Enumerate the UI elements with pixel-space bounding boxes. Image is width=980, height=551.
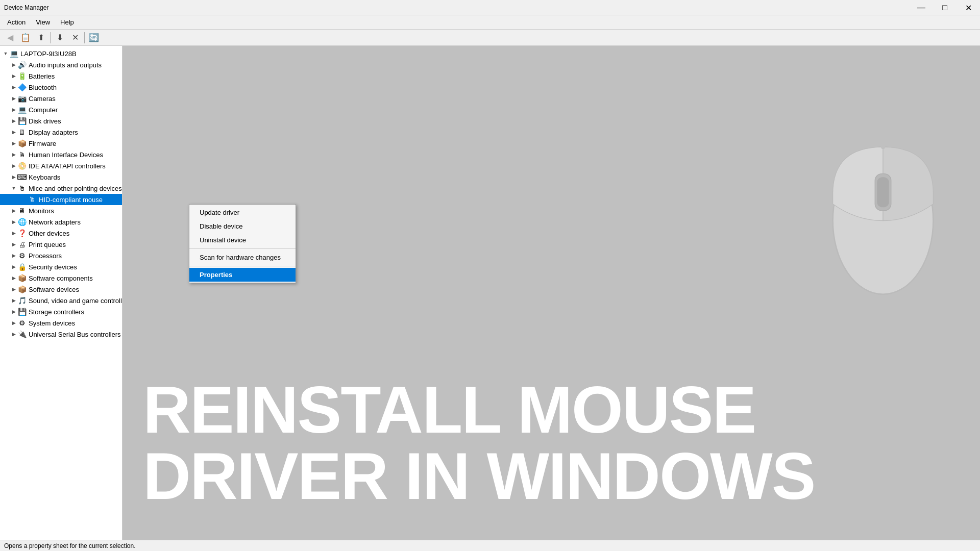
tree-item-print[interactable]: ▶ 🖨 Print queues: [0, 239, 122, 250]
tree-item-bluetooth[interactable]: ▶ 🔷 Bluetooth: [0, 82, 122, 93]
storage-icon: 💾: [17, 307, 27, 316]
system-icon: ⚙: [17, 318, 27, 328]
back-button[interactable]: ◀: [3, 31, 17, 44]
tree-item-keyboards[interactable]: ▶ ⌨ Keyboards: [0, 171, 122, 183]
tree-item-sw-components[interactable]: ▶ 📦 Software components: [0, 272, 122, 284]
tree-item-firmware[interactable]: ▶ 📦 Firmware: [0, 138, 122, 149]
menu-view[interactable]: View: [31, 16, 55, 28]
hid-mouse-icon: 🖱: [28, 195, 37, 204]
monitors-icon: 🖥: [17, 206, 27, 215]
minimize-button[interactable]: —: [910, 0, 933, 15]
hid-label: Human Interface Devices: [29, 151, 103, 159]
overlay-line1: REINSTALL MOUSE: [143, 377, 980, 443]
ctx-disable-device[interactable]: Disable device: [189, 219, 296, 233]
usb-icon: 🔌: [17, 330, 27, 339]
batteries-label: Batteries: [29, 72, 55, 80]
storage-arrow: ▶: [10, 308, 17, 315]
tree-item-cameras[interactable]: ▶ 📷 Cameras: [0, 93, 122, 104]
network-icon: 🌐: [17, 217, 27, 227]
display-arrow: ▶: [10, 129, 17, 136]
tree-item-ide[interactable]: ▶ 📀 IDE ATA/ATAPI controllers: [0, 160, 122, 171]
tree-item-disk[interactable]: ▶ 💾 Disk drives: [0, 115, 122, 127]
status-text: Opens a property sheet for the current s…: [4, 542, 135, 549]
right-panel: Update driver Disable device Uninstall d…: [122, 46, 980, 540]
properties-button[interactable]: 📋: [18, 31, 33, 44]
display-icon: 🖥: [17, 128, 27, 137]
ide-label: IDE ATA/ATAPI controllers: [29, 162, 106, 170]
mice-icon: 🖱: [17, 184, 27, 193]
tree-item-computer[interactable]: ▶ 💻 Computer: [0, 104, 122, 115]
ide-arrow: ▶: [10, 162, 17, 169]
security-arrow: ▶: [10, 263, 17, 270]
ctx-separator-2: [189, 266, 296, 266]
mice-label: Mice and other pointing devices: [29, 185, 122, 192]
security-icon: 🔒: [17, 262, 27, 271]
bluetooth-label: Bluetooth: [29, 84, 57, 91]
status-bar: Opens a property sheet for the current s…: [0, 540, 980, 551]
ctx-separator-1: [189, 248, 296, 249]
scan-button[interactable]: 🔄: [87, 31, 101, 44]
tree-item-security[interactable]: ▶ 🔒 Security devices: [0, 261, 122, 272]
print-icon: 🖨: [17, 240, 27, 249]
maximize-button[interactable]: □: [933, 0, 957, 15]
computer-dev-icon: 💻: [17, 105, 27, 114]
sound-icon: 🎵: [17, 296, 27, 305]
audio-arrow: ▶: [10, 61, 17, 68]
overlay-line2: DRIVER IN WINDOWS: [143, 443, 980, 509]
toolbar-separator-2: [84, 32, 85, 43]
ctx-scan-hardware[interactable]: Scan for hardware changes: [189, 251, 296, 264]
menu-help[interactable]: Help: [55, 16, 79, 28]
tree-item-processors[interactable]: ▶ ⚙ Processors: [0, 250, 122, 261]
storage-label: Storage controllers: [29, 308, 84, 316]
disk-label: Disk drives: [29, 117, 61, 125]
tree-item-hid-mouse[interactable]: 🖱 HID-compliant mouse: [0, 194, 122, 205]
tree-item-sound[interactable]: ▶ 🎵 Sound, video and game controllers: [0, 295, 122, 306]
network-arrow: ▶: [10, 218, 17, 226]
menu-action[interactable]: Action: [2, 16, 31, 28]
title-bar-text: Device Manager: [4, 4, 48, 11]
tree-root[interactable]: ▼ 💻 LAPTOP-9I3IU28B: [0, 48, 122, 59]
monitors-label: Monitors: [29, 207, 54, 215]
other-arrow: ▶: [10, 230, 17, 237]
rollback-driver-button[interactable]: ⬇: [53, 31, 67, 44]
close-button[interactable]: ✕: [957, 0, 980, 15]
window-controls: — □ ✕: [910, 0, 980, 15]
hid-icon: 🖱: [17, 150, 27, 159]
audio-icon: 🔊: [17, 60, 27, 69]
tree-item-monitors[interactable]: ▶ 🖥 Monitors: [0, 205, 122, 216]
tree-item-storage[interactable]: ▶ 💾 Storage controllers: [0, 306, 122, 317]
tree-item-other[interactable]: ▶ ❓ Other devices: [0, 228, 122, 239]
tree-item-batteries[interactable]: ▶ 🔋 Batteries: [0, 70, 122, 82]
other-label: Other devices: [29, 230, 69, 237]
update-driver-button[interactable]: ⬆: [34, 31, 48, 44]
ide-icon: 📀: [17, 161, 27, 170]
ctx-uninstall-device[interactable]: Uninstall device: [189, 233, 296, 247]
tree-item-display[interactable]: ▶ 🖥 Display adapters: [0, 127, 122, 138]
svg-rect-3: [877, 177, 889, 207]
hid-mouse-arrow: [20, 196, 28, 203]
processors-icon: ⚙: [17, 251, 27, 260]
tree-item-network[interactable]: ▶ 🌐 Network adapters: [0, 216, 122, 228]
ctx-properties[interactable]: Properties: [189, 268, 296, 282]
tree-item-sw-devices[interactable]: ▶ 📦 Software devices: [0, 284, 122, 295]
tree-item-usb[interactable]: ▶ 🔌 Universal Serial Bus controllers: [0, 329, 122, 340]
toolbar-separator: [50, 32, 51, 43]
tree-item-audio[interactable]: ▶ 🔊 Audio inputs and outputs: [0, 59, 122, 70]
mouse-illustration: [806, 87, 960, 301]
bluetooth-arrow: ▶: [10, 84, 17, 91]
firmware-icon: 📦: [17, 139, 27, 148]
sw-components-label: Software components: [29, 274, 93, 282]
firmware-arrow: ▶: [10, 140, 17, 147]
tree-item-hid[interactable]: ▶ 🖱 Human Interface Devices: [0, 149, 122, 160]
disk-icon: 💾: [17, 116, 27, 126]
audio-label: Audio inputs and outputs: [29, 61, 102, 69]
network-label: Network adapters: [29, 218, 81, 226]
uninstall-button[interactable]: ✕: [68, 31, 82, 44]
mice-arrow: ▼: [10, 185, 17, 192]
cameras-arrow: ▶: [10, 95, 17, 102]
tree-item-system[interactable]: ▶ ⚙ System devices: [0, 317, 122, 329]
device-tree: ▼ 💻 LAPTOP-9I3IU28B ▶ 🔊 Audio inputs and…: [0, 46, 122, 540]
ctx-update-driver[interactable]: Update driver: [189, 206, 296, 219]
tree-item-mice[interactable]: ▼ 🖱 Mice and other pointing devices: [0, 183, 122, 194]
computer-label: Computer: [29, 106, 58, 114]
